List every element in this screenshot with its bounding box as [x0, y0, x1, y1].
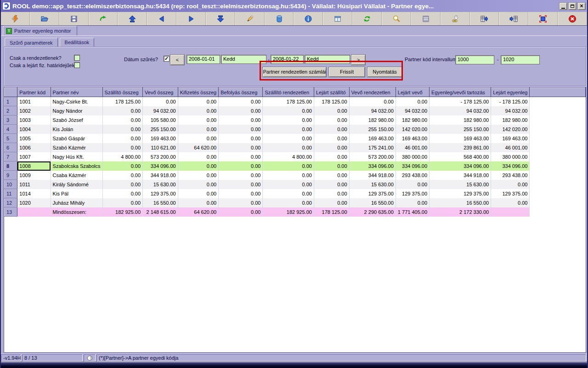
- date-from-field[interactable]: 2008-01-01: [187, 55, 220, 64]
- first-button[interactable]: [118, 12, 147, 25]
- cell[interactable]: 2 148 615.00: [143, 207, 178, 217]
- cell[interactable]: 0.00: [102, 106, 143, 115]
- print-button[interactable]: Nyomtatás: [367, 67, 402, 77]
- last-button[interactable]: [206, 12, 235, 25]
- cell[interactable]: 0.00: [263, 171, 314, 180]
- refresh-button[interactable]: [352, 12, 382, 25]
- row-number[interactable]: 12: [5, 198, 17, 207]
- cell[interactable]: 142 020.00: [491, 125, 530, 134]
- export-button[interactable]: [470, 12, 499, 25]
- cell[interactable]: 0.00: [102, 115, 143, 125]
- cell[interactable]: 0.00: [491, 180, 530, 189]
- cell[interactable]: 15 630.00: [349, 180, 396, 189]
- subtab-beallitasok[interactable]: Beállítások: [60, 38, 95, 46]
- cell[interactable]: 0.00: [314, 198, 349, 207]
- date-next-button[interactable]: >: [351, 54, 366, 65]
- partner-unsettled-invoices-button[interactable]: Partner rendezetlen számlái: [262, 67, 327, 77]
- cell[interactable]: Szabó József: [51, 115, 102, 125]
- cell[interactable]: 0.00: [314, 143, 349, 152]
- cell[interactable]: 1005: [17, 134, 51, 143]
- cell[interactable]: 255 150.00: [349, 125, 396, 134]
- cell[interactable]: 0.00: [314, 152, 349, 161]
- cell[interactable]: 0.00: [178, 125, 218, 134]
- cell[interactable]: 129 375.00: [143, 189, 178, 198]
- cell[interactable]: 0.00: [178, 97, 218, 106]
- cell[interactable]: 1003: [17, 115, 51, 125]
- cell[interactable]: 0.00: [263, 198, 314, 207]
- import-button[interactable]: [499, 12, 528, 25]
- cell[interactable]: 129 375.00: [349, 189, 396, 198]
- cell[interactable]: 380 000.00: [396, 152, 429, 161]
- cell[interactable]: 110 621.00: [143, 143, 178, 152]
- cell[interactable]: 0.00: [102, 180, 143, 189]
- cell[interactable]: 255 150.00: [430, 125, 491, 134]
- cell[interactable]: 344 918.00: [143, 171, 178, 180]
- cell[interactable]: Nagy-Csirke Bt.: [51, 97, 102, 106]
- cell[interactable]: 573 200.00: [143, 152, 178, 161]
- cell[interactable]: 0.00: [219, 198, 263, 207]
- cell[interactable]: 1009: [17, 171, 51, 180]
- cell[interactable]: Juhász Mihály: [51, 198, 102, 207]
- date-to-day-field[interactable]: Kedd: [305, 55, 350, 64]
- cell[interactable]: Mindösszesen:: [51, 207, 102, 217]
- cell[interactable]: 344 918.00: [349, 171, 396, 180]
- cell[interactable]: 46 001.00: [396, 143, 429, 152]
- cell[interactable]: 0.00: [396, 180, 429, 189]
- only-unsettled-checkbox[interactable]: [74, 55, 80, 61]
- cell[interactable]: 0.00: [219, 143, 263, 152]
- cell[interactable]: 16 550.00: [349, 198, 396, 207]
- cell[interactable]: 1001: [17, 97, 51, 106]
- cell[interactable]: 0.00: [314, 125, 349, 134]
- cell[interactable]: 0.00: [314, 106, 349, 115]
- cell[interactable]: 1008: [17, 161, 51, 171]
- cell[interactable]: Kis Pál: [51, 189, 102, 198]
- cell[interactable]: 0.00: [102, 198, 143, 207]
- cell[interactable]: 15 630.00: [143, 180, 178, 189]
- cell[interactable]: 129 375.00: [396, 189, 429, 198]
- cell[interactable]: 0.00: [178, 106, 218, 115]
- cell[interactable]: 182 925.00: [102, 207, 143, 217]
- cell[interactable]: 0.00: [143, 97, 178, 106]
- cell[interactable]: 0.00: [396, 198, 429, 207]
- row-number[interactable]: 6: [5, 143, 17, 152]
- cell[interactable]: 334 096.00: [430, 161, 491, 171]
- cell[interactable]: Szabolcska Szabolcs: [51, 161, 102, 171]
- row-number[interactable]: 1: [5, 97, 17, 106]
- cell[interactable]: 94 032.00: [430, 106, 491, 115]
- search-button[interactable]: [382, 12, 411, 25]
- cell[interactable]: 0.00: [396, 97, 429, 106]
- cell[interactable]: 0.00: [219, 171, 263, 180]
- cell[interactable]: 0.00: [219, 189, 263, 198]
- cell[interactable]: 0.00: [219, 125, 263, 134]
- cell[interactable]: [17, 207, 51, 217]
- cell[interactable]: 344 918.00: [430, 171, 491, 180]
- cell[interactable]: 1011: [17, 180, 51, 189]
- cell[interactable]: 334 096.00: [491, 161, 530, 171]
- cell[interactable]: 0.00: [263, 180, 314, 189]
- cell[interactable]: 0.00: [102, 125, 143, 134]
- cell[interactable]: 175 241.00: [349, 143, 396, 152]
- rows-button[interactable]: [411, 12, 441, 25]
- cell[interactable]: 1004: [17, 125, 51, 134]
- cell[interactable]: 573 200.00: [349, 152, 396, 161]
- cell[interactable]: Szabó Gáspár: [51, 134, 102, 143]
- cell[interactable]: 1 771 405.00: [396, 207, 429, 217]
- date-prev-button[interactable]: <: [170, 54, 185, 65]
- window-button[interactable]: [323, 12, 352, 25]
- cell[interactable]: 0.00: [314, 134, 349, 143]
- cell[interactable]: 255 150.00: [143, 125, 178, 134]
- row-number[interactable]: 8: [5, 161, 17, 171]
- cell[interactable]: 169 463.00: [491, 134, 530, 143]
- cell[interactable]: 46 001.00: [491, 143, 530, 152]
- cell[interactable]: 0.00: [178, 115, 218, 125]
- database-button[interactable]: [265, 12, 294, 25]
- row-number[interactable]: 10: [5, 180, 17, 189]
- restore-button[interactable]: [568, 2, 577, 10]
- save-button[interactable]: [59, 12, 89, 25]
- cell[interactable]: 178 125.00: [314, 97, 349, 106]
- cell[interactable]: 334 096.00: [349, 161, 396, 171]
- cell[interactable]: 0.00: [263, 134, 314, 143]
- cell[interactable]: 0.00: [263, 143, 314, 152]
- subtab-szuro-parameterek[interactable]: Szűrő paraméterek: [5, 38, 58, 47]
- cell[interactable]: 0.00: [314, 171, 349, 180]
